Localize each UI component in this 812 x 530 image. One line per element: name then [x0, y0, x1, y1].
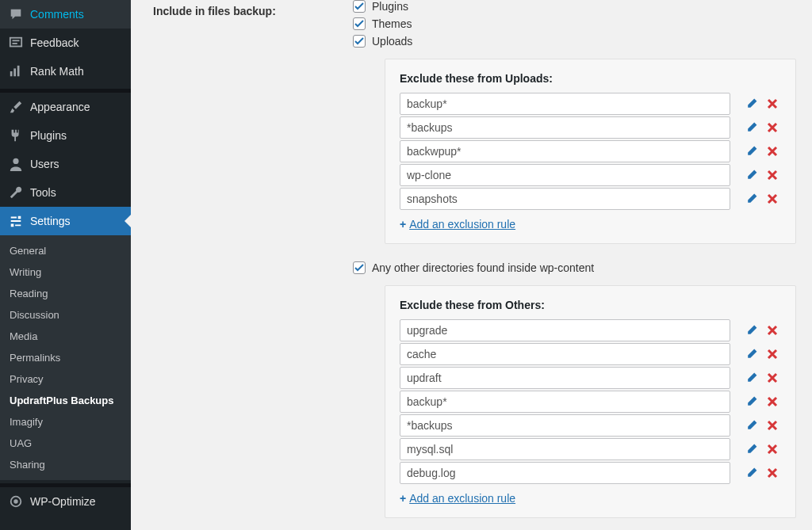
edit-rule-button[interactable]	[743, 166, 760, 184]
sidebar-sub-permalinks[interactable]: Permalinks	[0, 347, 131, 368]
edit-rule-button[interactable]	[743, 464, 760, 482]
anyother-checkbox[interactable]	[353, 261, 366, 274]
plus-icon: +	[400, 492, 406, 505]
uploads-rule-row	[400, 93, 781, 115]
others-exclude-box: Exclude these from Others: + Add an excl…	[385, 285, 796, 518]
edit-rule-button[interactable]	[743, 393, 760, 410]
sidebar-sub-writing[interactable]: Writing	[0, 261, 131, 283]
others-exclude-title: Exclude these from Others:	[400, 299, 781, 311]
anyother-label: Any other directories found inside wp-co…	[372, 261, 594, 274]
wrench-icon	[8, 185, 24, 200]
sidebar-item-label: Rank Math	[30, 65, 84, 78]
edit-rule-button[interactable]	[743, 369, 760, 387]
sidebar-item-wp-optimize[interactable]: WP-Optimize	[0, 487, 131, 516]
user-icon	[8, 156, 24, 172]
sidebar-sub-imagify[interactable]: Imagify	[0, 411, 131, 433]
add-uploads-exclusion-link[interactable]: + Add an exclusion rule	[400, 218, 515, 231]
sidebar-item-appearance[interactable]: Appearance	[0, 93, 131, 121]
uploads-exclude-box: Exclude these from Uploads: + Add an exc…	[385, 59, 796, 244]
sidebar-item-comments[interactable]: Comments	[0, 0, 131, 29]
delete-rule-button[interactable]	[764, 345, 781, 363]
plugins-label: Plugins	[372, 0, 408, 13]
others-rule-input[interactable]	[400, 391, 730, 413]
uploads-rule-input[interactable]	[400, 140, 730, 162]
uploads-rule-input[interactable]	[400, 164, 730, 186]
sidebar-sub-media[interactable]: Media	[0, 326, 131, 347]
uploads-rule-row	[400, 164, 781, 186]
sliders-icon	[8, 213, 24, 229]
delete-rule-button[interactable]	[764, 190, 781, 208]
delete-rule-button[interactable]	[764, 143, 781, 160]
add-exclusion-label: Add an exclusion rule	[409, 218, 515, 231]
settings-submenu: GeneralWritingReadingDiscussionMediaPerm…	[0, 235, 131, 480]
uploads-rule-input[interactable]	[400, 93, 730, 115]
delete-rule-button[interactable]	[764, 464, 781, 482]
sidebar-item-feedback[interactable]: Feedback	[0, 29, 131, 57]
edit-rule-button[interactable]	[743, 345, 760, 363]
plugins-checkbox[interactable]	[353, 0, 366, 13]
delete-rule-button[interactable]	[764, 119, 781, 136]
edit-rule-button[interactable]	[743, 190, 760, 208]
uploads-rule-input[interactable]	[400, 116, 730, 139]
sidebar-sub-privacy[interactable]: Privacy	[0, 368, 131, 390]
sidebar-item-tools[interactable]: Tools	[0, 178, 131, 207]
plus-icon: +	[400, 218, 406, 231]
others-rule-input[interactable]	[400, 462, 730, 484]
sidebar-item-users[interactable]: Users	[0, 150, 131, 178]
sidebar-item-label: Feedback	[30, 36, 79, 49]
include-in-files-label: Include in files backup:	[153, 0, 353, 17]
sidebar-item-label: Comments	[30, 8, 84, 21]
sidebar-sub-sharing[interactable]: Sharing	[0, 454, 131, 475]
edit-rule-button[interactable]	[743, 143, 760, 160]
edit-rule-button[interactable]	[743, 417, 760, 434]
edit-rule-button[interactable]	[743, 440, 760, 458]
edit-rule-button[interactable]	[743, 119, 760, 136]
others-rule-input[interactable]	[400, 367, 730, 389]
sidebar-sub-updraftplus-backups[interactable]: UpdraftPlus Backups	[0, 390, 131, 411]
chart-icon	[8, 63, 24, 79]
sidebar-item-plugins[interactable]: Plugins	[0, 121, 131, 150]
svg-rect-3	[10, 71, 13, 76]
sidebar-sub-uag[interactable]: UAG	[0, 433, 131, 454]
delete-rule-button[interactable]	[764, 393, 781, 410]
sidebar-sub-general[interactable]: General	[0, 240, 131, 261]
brush-icon	[8, 99, 24, 115]
delete-rule-button[interactable]	[764, 166, 781, 184]
sidebar-item-label: Appearance	[30, 101, 90, 113]
uploads-rule-row	[400, 140, 781, 162]
delete-rule-button[interactable]	[764, 440, 781, 458]
others-rule-input[interactable]	[400, 343, 730, 365]
svg-rect-4	[13, 68, 16, 76]
delete-rule-button[interactable]	[764, 322, 781, 339]
sidebar-sub-reading[interactable]: Reading	[0, 283, 131, 304]
admin-sidebar: CommentsFeedbackRank Math AppearancePlug…	[0, 0, 131, 530]
others-rule-row	[400, 462, 781, 484]
others-rule-row	[400, 367, 781, 389]
svg-point-6	[13, 158, 18, 164]
sidebar-item-settings[interactable]: Settings	[0, 207, 131, 235]
sidebar-item-label: Plugins	[30, 129, 67, 142]
delete-rule-button[interactable]	[764, 95, 781, 112]
add-others-exclusion-link[interactable]: + Add an exclusion rule	[400, 492, 515, 505]
delete-rule-button[interactable]	[764, 369, 781, 387]
uploads-checkbox[interactable]	[353, 35, 366, 48]
themes-checkbox[interactable]	[353, 17, 366, 30]
uploads-exclude-title: Exclude these from Uploads:	[400, 72, 781, 85]
others-rule-row	[400, 391, 781, 413]
sidebar-sub-discussion[interactable]: Discussion	[0, 304, 131, 326]
edit-rule-button[interactable]	[743, 95, 760, 112]
others-rule-input[interactable]	[400, 438, 730, 460]
svg-rect-5	[17, 66, 20, 77]
svg-rect-0	[10, 38, 21, 47]
delete-rule-button[interactable]	[764, 417, 781, 434]
uploads-label: Uploads	[372, 35, 412, 48]
uploads-rule-input[interactable]	[400, 188, 730, 210]
sidebar-item-rank-math[interactable]: Rank Math	[0, 57, 131, 86]
themes-label: Themes	[372, 17, 412, 30]
others-rule-input[interactable]	[400, 414, 730, 437]
others-rule-row	[400, 414, 781, 437]
main-content: Include in files backup: Plugins Themes …	[131, 0, 812, 530]
plug-icon	[8, 128, 24, 143]
others-rule-input[interactable]	[400, 319, 730, 341]
edit-rule-button[interactable]	[743, 322, 760, 339]
